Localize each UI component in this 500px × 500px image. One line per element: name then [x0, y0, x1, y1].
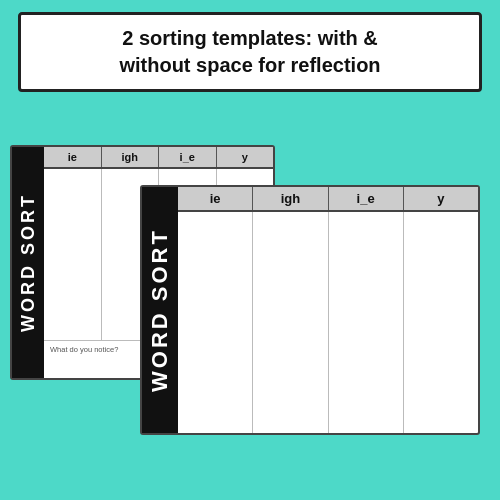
header-igh-front: igh: [253, 187, 328, 210]
header-y-back: y: [217, 147, 274, 167]
word-sort-sidebar-front: WORD SORT: [142, 187, 178, 433]
header-ie-back: ie: [44, 147, 102, 167]
title-line1: 2 sorting templates: with &: [122, 27, 378, 49]
header-row-front: ie igh i_e y: [178, 187, 478, 212]
header-ie-front: ie: [178, 187, 253, 210]
sidebar-label-front: WORD SORT: [147, 228, 173, 392]
title-text: 2 sorting templates: with & without spac…: [35, 25, 465, 79]
word-sort-front: WORD SORT ie igh i_e y: [142, 187, 478, 433]
col-ie2-front: [329, 212, 404, 433]
header-ie2-back: i_e: [159, 147, 217, 167]
col-ie-back: [44, 169, 102, 340]
header-y-front: y: [404, 187, 478, 210]
header-igh-back: igh: [102, 147, 160, 167]
col-y-front: [404, 212, 478, 433]
header-row-back: ie igh i_e y: [44, 147, 273, 169]
col-igh-front: [253, 212, 328, 433]
col-ie-front: [178, 212, 253, 433]
ws-content-front: ie igh i_e y: [178, 187, 478, 433]
title-line2: without space for reflection: [119, 54, 380, 76]
sidebar-label-back: WORD SORT: [18, 193, 39, 332]
word-sort-sidebar-back: WORD SORT: [12, 147, 44, 378]
header-ie2-front: i_e: [329, 187, 404, 210]
template-front-card: WORD SORT ie igh i_e y: [140, 185, 480, 435]
ws-body-front: [178, 212, 478, 433]
reflection-prompt: What do you notice?: [50, 345, 118, 354]
title-card: 2 sorting templates: with & without spac…: [18, 12, 482, 92]
